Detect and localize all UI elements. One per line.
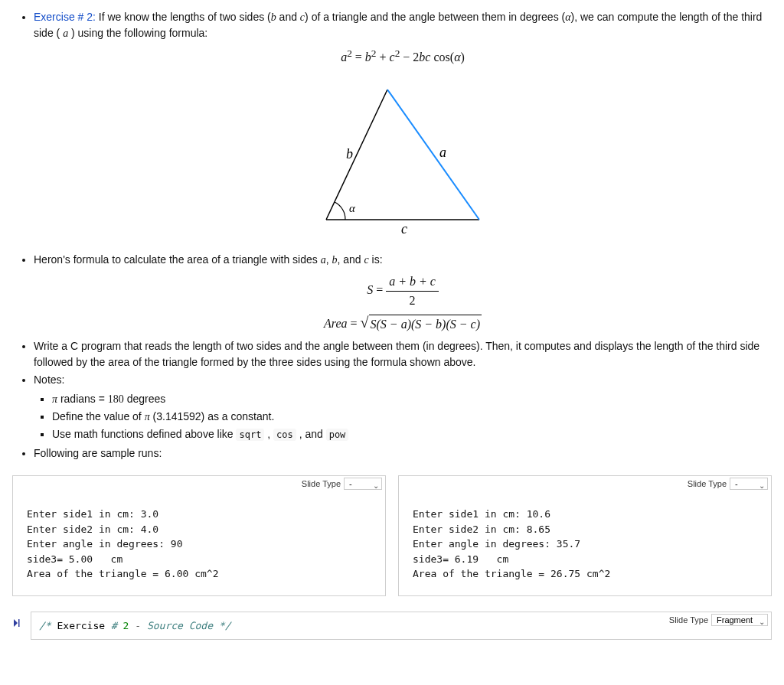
code-pow: pow [326,429,349,441]
note-radians: π radians = 180 degrees [52,391,772,407]
exercise-list: Exercise # 2: If we know the lengths of … [12,9,772,462]
txt: and [276,11,300,23]
run-cell-icon[interactable] [12,612,31,641]
source-code-line: /* Exercise # 2 - Source Code */ [31,612,771,640]
following-item: Following are sample runs: [34,445,772,462]
sample-run-2: Slide Type - ⌄ Enter side1 in cm: 10.6 E… [398,475,772,596]
cell-toolbar: Slide Type - ⌄ [302,478,382,491]
heron-item: Heron's formula to calculate the area of… [34,252,772,334]
code-cell: Slide Type Fragment ⌄ /* Exercise # 2 - … [12,612,772,641]
notes-sublist: π radians = 180 degrees Define the value… [34,391,772,442]
heron-intro: Heron's formula to calculate the area of… [34,253,321,266]
note-pi-const: Define the value of π (3.141592) as a co… [52,409,772,425]
notes-item: Notes: π radians = 180 degrees Define th… [34,372,772,442]
slide-type-label: Slide Type [302,478,341,491]
task-item: Write a C program that reads the length … [34,338,772,370]
exercise-title: Exercise # 2: [34,11,96,23]
svg-line-1 [326,90,387,220]
exercise-text: If we know the lengths of two sides ( [96,11,271,23]
slide-type-select[interactable]: Fragment [711,614,768,626]
var-b: b [271,11,276,23]
formula-area: Area = √S(S − a)(S − b)(S − c) [34,315,772,334]
svg-rect-3 [18,619,20,627]
triangle-diagram: b a c α [34,74,772,240]
sample-runs-row: Slide Type - ⌄ Enter side1 in cm: 3.0 En… [12,475,772,596]
slide-type-select[interactable]: - [344,478,382,490]
label-alpha: α [349,202,356,214]
note-math-funcs: Use math functions defined above like sq… [52,426,772,442]
slide-type-label: Slide Type [669,614,708,627]
notes-label: Notes: [34,373,64,386]
sample-output: Enter side1 in cm: 10.6 Enter side2 in c… [399,496,771,595]
t: , and [337,253,364,266]
slide-type-label: Slide Type [688,478,727,491]
code-body[interactable]: Slide Type Fragment ⌄ /* Exercise # 2 - … [31,612,772,641]
sample-output: Enter side1 in cm: 3.0 Enter side2 in cm… [13,496,385,595]
formula-law-of-cosines: a2 = b2 + c2 − 2bc cos(α) [34,46,772,67]
label-a: a [439,145,446,160]
v: a [321,254,326,266]
txt: ) using the following formula: [68,27,207,39]
slide-type-select[interactable]: - [730,478,768,490]
t: is: [369,253,383,266]
exercise-item: Exercise # 2: If we know the lengths of … [34,9,772,240]
txt: ) of a triangle and the angle between th… [305,11,565,23]
cell-toolbar: Slide Type - ⌄ [688,478,768,491]
var-alpha: α [565,11,570,23]
label-b: b [346,146,353,161]
cell-toolbar: Slide Type Fragment ⌄ [669,614,768,627]
code-cos: cos [273,429,296,441]
sample-run-1: Slide Type - ⌄ Enter side1 in cm: 3.0 En… [12,475,386,596]
svg-line-2 [387,90,479,220]
code-sqrt: sqrt [236,429,264,441]
label-c: c [401,221,407,235]
formula-s: S = a + b + c2 [34,272,772,310]
